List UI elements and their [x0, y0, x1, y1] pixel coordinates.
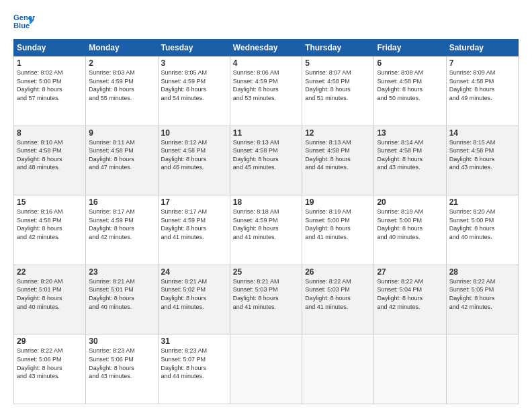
- day-number: 2: [89, 58, 154, 68]
- day-number: 30: [89, 336, 154, 346]
- day-number: 3: [161, 58, 227, 68]
- cell-details: Sunrise: 8:08 AMSunset: 4:58 PMDaylight:…: [377, 68, 443, 102]
- calendar-cell: [446, 334, 518, 404]
- cell-details: Sunrise: 8:10 AMSunset: 4:58 PMDaylight:…: [17, 138, 83, 172]
- weekday-header: Thursday: [302, 40, 374, 56]
- day-number: 6: [377, 58, 443, 68]
- day-number: 7: [449, 58, 515, 68]
- weekday-header: Sunday: [14, 40, 86, 56]
- cell-details: Sunrise: 8:12 AMSunset: 4:58 PMDaylight:…: [161, 138, 227, 172]
- day-number: 13: [377, 128, 443, 138]
- calendar-cell: 15Sunrise: 8:16 AMSunset: 4:58 PMDayligh…: [14, 195, 86, 265]
- calendar-cell: 18Sunrise: 8:18 AMSunset: 4:59 PMDayligh…: [230, 195, 302, 265]
- day-number: 9: [89, 128, 154, 138]
- cell-details: Sunrise: 8:17 AMSunset: 4:59 PMDaylight:…: [161, 208, 227, 241]
- cell-details: Sunrise: 8:15 AMSunset: 4:58 PMDaylight:…: [449, 138, 515, 172]
- calendar-week-row: 1Sunrise: 8:02 AMSunset: 5:00 PMDaylight…: [14, 56, 519, 126]
- cell-details: Sunrise: 8:02 AMSunset: 5:00 PMDaylight:…: [17, 68, 83, 102]
- cell-details: Sunrise: 8:14 AMSunset: 4:58 PMDaylight:…: [377, 138, 443, 172]
- cell-details: Sunrise: 8:19 AMSunset: 5:00 PMDaylight:…: [305, 208, 371, 241]
- calendar-cell: 11Sunrise: 8:13 AMSunset: 4:58 PMDayligh…: [230, 126, 302, 195]
- day-number: 23: [89, 267, 154, 277]
- day-number: 21: [449, 197, 515, 207]
- cell-details: Sunrise: 8:22 AMSunset: 5:03 PMDaylight:…: [305, 277, 371, 311]
- page: General Blue SundayMondayTuesdayWednesda…: [0, 0, 532, 411]
- weekday-header: Monday: [86, 40, 158, 56]
- cell-details: Sunrise: 8:11 AMSunset: 4:58 PMDaylight:…: [89, 138, 154, 172]
- calendar-cell: 27Sunrise: 8:22 AMSunset: 5:04 PMDayligh…: [374, 265, 446, 334]
- calendar-cell: 29Sunrise: 8:22 AMSunset: 5:06 PMDayligh…: [14, 334, 86, 404]
- calendar-cell: 3Sunrise: 8:05 AMSunset: 4:59 PMDaylight…: [158, 56, 230, 126]
- cell-details: Sunrise: 8:21 AMSunset: 5:02 PMDaylight:…: [161, 277, 227, 311]
- cell-details: Sunrise: 8:13 AMSunset: 4:58 PMDaylight:…: [305, 138, 371, 172]
- calendar-cell: 24Sunrise: 8:21 AMSunset: 5:02 PMDayligh…: [158, 265, 230, 334]
- calendar-cell: 31Sunrise: 8:23 AMSunset: 5:07 PMDayligh…: [158, 334, 230, 404]
- calendar-cell: [302, 334, 374, 404]
- calendar-cell: 6Sunrise: 8:08 AMSunset: 4:58 PMDaylight…: [374, 56, 446, 126]
- calendar-cell: [374, 334, 446, 404]
- day-number: 25: [233, 267, 299, 277]
- day-number: 20: [377, 197, 443, 207]
- calendar-cell: [230, 334, 302, 404]
- day-number: 31: [161, 336, 227, 346]
- calendar-cell: 4Sunrise: 8:06 AMSunset: 4:59 PMDaylight…: [230, 56, 302, 126]
- cell-details: Sunrise: 8:09 AMSunset: 4:58 PMDaylight:…: [449, 68, 515, 102]
- cell-details: Sunrise: 8:18 AMSunset: 4:59 PMDaylight:…: [233, 208, 299, 241]
- cell-details: Sunrise: 8:21 AMSunset: 5:01 PMDaylight:…: [89, 277, 154, 311]
- cell-details: Sunrise: 8:17 AMSunset: 4:59 PMDaylight:…: [89, 208, 154, 241]
- cell-details: Sunrise: 8:22 AMSunset: 5:05 PMDaylight:…: [449, 277, 515, 311]
- day-number: 28: [449, 267, 515, 277]
- weekday-header: Wednesday: [230, 40, 302, 56]
- calendar-table: SundayMondayTuesdayWednesdayThursdayFrid…: [13, 39, 519, 404]
- calendar-cell: 19Sunrise: 8:19 AMSunset: 5:00 PMDayligh…: [302, 195, 374, 265]
- calendar-week-row: 8Sunrise: 8:10 AMSunset: 4:58 PMDaylight…: [14, 126, 519, 195]
- calendar-cell: 21Sunrise: 8:20 AMSunset: 5:00 PMDayligh…: [446, 195, 518, 265]
- day-number: 18: [233, 197, 299, 207]
- svg-text:Blue: Blue: [13, 21, 30, 30]
- calendar-cell: 16Sunrise: 8:17 AMSunset: 4:59 PMDayligh…: [86, 195, 158, 265]
- calendar-cell: 10Sunrise: 8:12 AMSunset: 4:58 PMDayligh…: [158, 126, 230, 195]
- day-number: 27: [377, 267, 443, 277]
- calendar-cell: 14Sunrise: 8:15 AMSunset: 4:58 PMDayligh…: [446, 126, 518, 195]
- cell-details: Sunrise: 8:19 AMSunset: 5:00 PMDaylight:…: [377, 208, 443, 241]
- calendar-cell: 22Sunrise: 8:20 AMSunset: 5:01 PMDayligh…: [14, 265, 86, 334]
- calendar-cell: 1Sunrise: 8:02 AMSunset: 5:00 PMDaylight…: [14, 56, 86, 126]
- day-number: 22: [17, 267, 83, 277]
- day-number: 4: [233, 58, 299, 68]
- calendar-cell: 25Sunrise: 8:21 AMSunset: 5:03 PMDayligh…: [230, 265, 302, 334]
- cell-details: Sunrise: 8:13 AMSunset: 4:58 PMDaylight:…: [233, 138, 299, 172]
- logo-icon: General Blue: [13, 11, 35, 32]
- calendar-cell: 9Sunrise: 8:11 AMSunset: 4:58 PMDaylight…: [86, 126, 158, 195]
- day-number: 17: [161, 197, 227, 207]
- logo: General Blue: [13, 11, 38, 32]
- calendar-cell: 7Sunrise: 8:09 AMSunset: 4:58 PMDaylight…: [446, 56, 518, 126]
- weekday-header: Saturday: [446, 40, 518, 56]
- cell-details: Sunrise: 8:16 AMSunset: 4:58 PMDaylight:…: [17, 208, 83, 241]
- day-number: 1: [17, 58, 83, 68]
- cell-details: Sunrise: 8:05 AMSunset: 4:59 PMDaylight:…: [161, 68, 227, 102]
- cell-details: Sunrise: 8:21 AMSunset: 5:03 PMDaylight:…: [233, 277, 299, 311]
- cell-details: Sunrise: 8:22 AMSunset: 5:06 PMDaylight:…: [17, 347, 83, 380]
- day-number: 16: [89, 197, 154, 207]
- calendar-cell: 17Sunrise: 8:17 AMSunset: 4:59 PMDayligh…: [158, 195, 230, 265]
- cell-details: Sunrise: 8:23 AMSunset: 5:06 PMDaylight:…: [89, 347, 154, 380]
- calendar-cell: 13Sunrise: 8:14 AMSunset: 4:58 PMDayligh…: [374, 126, 446, 195]
- calendar-week-row: 15Sunrise: 8:16 AMSunset: 4:58 PMDayligh…: [14, 195, 519, 265]
- day-number: 15: [17, 197, 83, 207]
- calendar-cell: 26Sunrise: 8:22 AMSunset: 5:03 PMDayligh…: [302, 265, 374, 334]
- cell-details: Sunrise: 8:23 AMSunset: 5:07 PMDaylight:…: [161, 347, 227, 380]
- cell-details: Sunrise: 8:06 AMSunset: 4:59 PMDaylight:…: [233, 68, 299, 102]
- cell-details: Sunrise: 8:22 AMSunset: 5:04 PMDaylight:…: [377, 277, 443, 311]
- calendar-cell: 12Sunrise: 8:13 AMSunset: 4:58 PMDayligh…: [302, 126, 374, 195]
- calendar-week-row: 22Sunrise: 8:20 AMSunset: 5:01 PMDayligh…: [14, 265, 519, 334]
- calendar-cell: 2Sunrise: 8:03 AMSunset: 4:59 PMDaylight…: [86, 56, 158, 126]
- cell-details: Sunrise: 8:03 AMSunset: 4:59 PMDaylight:…: [89, 68, 154, 102]
- calendar-cell: 28Sunrise: 8:22 AMSunset: 5:05 PMDayligh…: [446, 265, 518, 334]
- day-number: 10: [161, 128, 227, 138]
- calendar-week-row: 29Sunrise: 8:22 AMSunset: 5:06 PMDayligh…: [14, 334, 519, 404]
- header: General Blue: [13, 11, 519, 32]
- day-number: 8: [17, 128, 83, 138]
- cell-details: Sunrise: 8:07 AMSunset: 4:58 PMDaylight:…: [305, 68, 371, 102]
- calendar-cell: 20Sunrise: 8:19 AMSunset: 5:00 PMDayligh…: [374, 195, 446, 265]
- day-number: 29: [17, 336, 83, 346]
